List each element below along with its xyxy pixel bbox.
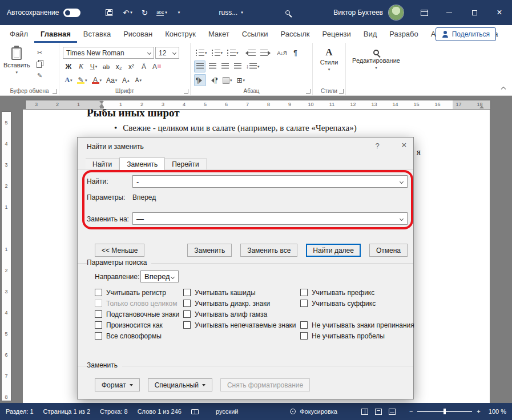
font-dialog-launcher-icon[interactable]: [184, 89, 188, 94]
clear-formatting-button[interactable]: Снять форматирование: [220, 378, 310, 391]
status-item[interactable]: Раздел: 1: [6, 408, 34, 415]
clear-formatting-button[interactable]: А: [151, 60, 163, 72]
checkbox-option[interactable]: Только слово целиком: [95, 298, 179, 309]
format-button[interactable]: Формат: [95, 378, 140, 391]
status-item[interactable]: Слово 1 из 246: [138, 408, 182, 415]
account-control[interactable]: Виктор Бухтеев: [333, 5, 404, 20]
checkbox-option[interactable]: Не учитывать знаки препинания: [300, 320, 414, 330]
text-direction-rtl-button[interactable]: ¶: [207, 74, 219, 86]
checkbox-option[interactable]: Все словоформы: [95, 330, 179, 341]
checkbox-option[interactable]: Учитывать кашиды: [183, 287, 296, 298]
checkbox-option[interactable]: Не учитывать пробелы: [300, 330, 414, 341]
increase-indent-button[interactable]: [259, 47, 275, 59]
undo-button[interactable]: ↶ ▾: [120, 4, 134, 21]
zoom-slider-thumb[interactable]: [444, 409, 446, 414]
minimize-button[interactable]: [437, 0, 462, 25]
zoom-in-button[interactable]: +: [477, 408, 480, 415]
bold-button[interactable]: Ж: [63, 60, 74, 72]
dialog-tab[interactable]: Найти: [86, 158, 119, 170]
document-title-button[interactable]: russ... ▾: [219, 9, 243, 17]
copy-button[interactable]: [35, 59, 45, 68]
ribbon-tab[interactable]: Вид: [357, 25, 384, 43]
dialog-tab[interactable]: Перейти: [165, 158, 207, 170]
replace-button[interactable]: Заменить: [187, 244, 232, 257]
zoom-slider[interactable]: [417, 411, 472, 412]
quick-access-menu-button[interactable]: ▾: [172, 4, 186, 21]
change-case-button[interactable]: Аа▾: [104, 74, 119, 86]
restore-button[interactable]: [462, 0, 487, 25]
ribbon-tab[interactable]: Главная: [34, 25, 77, 43]
status-item[interactable]: Строка: 8: [100, 408, 128, 415]
print-layout-button[interactable]: [375, 409, 382, 415]
phonetic-guide-button[interactable]: Ӓ: [138, 60, 150, 72]
paragraph-dialog-launcher-icon[interactable]: [306, 89, 311, 94]
search-button[interactable]: [281, 4, 295, 21]
bullets-button[interactable]: ▾: [194, 47, 209, 59]
ribbon-tab[interactable]: Ссылки: [236, 25, 275, 43]
zoom-percentage[interactable]: 100 %: [489, 408, 506, 415]
line-spacing-button[interactable]: ↕▾: [244, 60, 261, 72]
replace-input[interactable]: —: [132, 212, 408, 225]
dialog-tab[interactable]: Заменить: [119, 158, 165, 171]
checkbox-option[interactable]: Учитывать алиф гамза: [183, 309, 296, 320]
shrink-font-button[interactable]: А▾: [132, 74, 144, 86]
clipboard-dialog-launcher-icon[interactable]: [53, 89, 57, 94]
checkbox-option[interactable]: Учитывать регистр: [95, 287, 179, 298]
avatar[interactable]: [389, 5, 404, 20]
document-text-fragment[interactable]: я: [417, 147, 421, 157]
focus-mode-button[interactable]: Фокусировка: [290, 408, 337, 415]
show-formatting-marks-button[interactable]: ¶: [290, 47, 301, 59]
checkbox-option[interactable]: Учитывать непечатаемые знаки: [183, 320, 296, 330]
strikethrough-button[interactable]: ab: [100, 60, 112, 72]
checkbox-option[interactable]: Подстановочные знаки: [95, 309, 179, 320]
checkbox-option[interactable]: Произносится как: [95, 320, 179, 330]
multilevel-list-button[interactable]: ▾: [225, 47, 240, 59]
cut-button[interactable]: ✂: [35, 48, 45, 57]
align-left-button[interactable]: [194, 60, 205, 72]
web-layout-button[interactable]: [389, 409, 396, 415]
zoom-out-button[interactable]: −: [409, 408, 413, 415]
text-direction-ltr-button[interactable]: ¶: [194, 74, 206, 86]
cancel-button[interactable]: Отмена: [369, 244, 408, 257]
editing-button[interactable]: Редактирование ▾: [349, 47, 403, 70]
share-button[interactable]: Поделиться: [436, 27, 496, 41]
text-effects-button[interactable]: А▾: [63, 74, 74, 86]
language-status[interactable]: русский: [216, 408, 238, 415]
borders-button[interactable]: ⊞▾: [235, 74, 247, 86]
checkbox-option[interactable]: Учитывать диакр. знаки: [183, 298, 296, 309]
left-indent-marker[interactable]: [100, 107, 104, 108]
italic-button[interactable]: К: [75, 60, 87, 72]
close-button[interactable]: ×: [487, 0, 512, 25]
numbering-button[interactable]: ▾: [210, 47, 225, 59]
ribbon-display-options-button[interactable]: [412, 0, 437, 25]
less-button[interactable]: << Меньше: [95, 244, 144, 257]
save-button[interactable]: [102, 4, 116, 21]
decrease-indent-button[interactable]: [241, 47, 257, 59]
ribbon-tab[interactable]: Рецензи: [316, 25, 357, 43]
grow-font-button[interactable]: А▴: [120, 74, 131, 86]
special-button[interactable]: Специальный: [148, 378, 212, 391]
format-painter-button[interactable]: ✎: [35, 71, 45, 80]
proofing-book-icon[interactable]: [191, 409, 199, 414]
help-button[interactable]: ?: [373, 142, 382, 151]
underline-button[interactable]: Ч▾: [88, 60, 99, 72]
styles-button[interactable]: А Стили ▾: [316, 45, 342, 71]
highlight-button[interactable]: ✎▾: [75, 74, 89, 86]
align-center-button[interactable]: [207, 60, 218, 72]
status-item[interactable]: Страница 1 из 2: [43, 408, 90, 415]
read-mode-button[interactable]: [361, 409, 368, 415]
redo-button[interactable]: ↻: [138, 4, 151, 21]
document-heading[interactable]: Рыбы иных широт: [87, 110, 490, 119]
styles-dialog-launcher-icon[interactable]: [339, 89, 344, 94]
direction-select[interactable]: Вперед: [140, 270, 179, 282]
font-color-button[interactable]: А▾: [90, 74, 104, 86]
autosave-toggle[interactable]: [63, 9, 80, 17]
paste-button[interactable]: Вставить ▾: [3, 45, 30, 80]
document-bullet-line[interactable]: • Свежие - целиком или в салате (наприме…: [114, 123, 490, 133]
right-indent-marker[interactable]: [479, 106, 484, 108]
sort-button[interactable]: А↓Я: [276, 47, 289, 59]
ribbon-tab[interactable]: Вставка: [77, 25, 117, 43]
subscript-button[interactable]: x₂: [113, 60, 124, 72]
spelling-button[interactable]: abc ▾: [155, 4, 168, 21]
superscript-button[interactable]: x²: [126, 60, 137, 72]
